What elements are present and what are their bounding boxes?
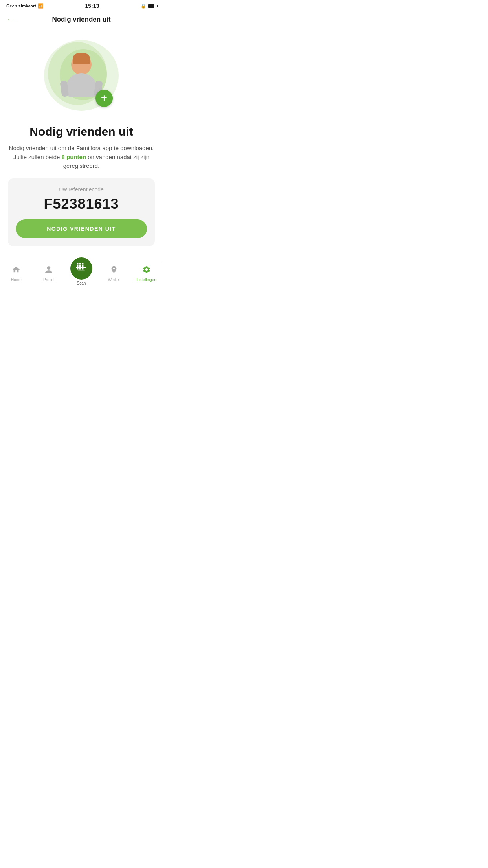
tab-profiel[interactable]: Profiel: [33, 265, 65, 282]
back-button[interactable]: ←: [6, 15, 15, 25]
page-title: Nodig vrienden uit: [52, 16, 110, 24]
main-heading: Nodig vrienden uit: [29, 125, 133, 138]
invite-button[interactable]: NODIG VRIENDEN UIT: [16, 219, 147, 238]
points-highlight: 8 punten: [62, 154, 86, 160]
profiel-icon: [44, 265, 53, 276]
scan-label: Scan: [77, 281, 86, 285]
lock-icon: 🔒: [141, 4, 146, 9]
tab-instellingen[interactable]: Instellingen: [130, 265, 163, 282]
battery-icon: [148, 4, 156, 8]
person-illustration: [66, 54, 97, 97]
scan-icon: [76, 262, 86, 275]
status-icons: 🔒: [141, 4, 156, 9]
winkel-label: Winkel: [108, 278, 120, 282]
home-label: Home: [11, 278, 22, 282]
instellingen-icon: [142, 265, 151, 276]
tab-bar: Home Profiel Scan Winkel Instellingen: [0, 262, 163, 289]
description-text: Nodig vrienden uit om de Famiflora app t…: [8, 144, 155, 171]
scan-circle: [70, 257, 92, 280]
carrier-text: Geen simkaart: [6, 4, 36, 8]
person-head: [71, 54, 92, 75]
referral-code: F52381613: [44, 196, 119, 212]
referral-card: Uw referentiecode F52381613 NODIG VRIEND…: [8, 178, 155, 246]
person-body: [66, 73, 97, 97]
nav-header: ← Nodig vrienden uit: [0, 11, 163, 28]
svg-rect-3: [76, 267, 86, 268]
instellingen-label: Instellingen: [136, 278, 156, 282]
status-time: 15:13: [85, 3, 99, 9]
illustration-area: [38, 32, 125, 119]
tab-winkel[interactable]: Winkel: [97, 265, 130, 282]
main-content: Nodig vrienden uit Nodig vrienden uit om…: [0, 28, 163, 262]
tab-home[interactable]: Home: [0, 265, 33, 282]
person-hair: [73, 53, 90, 64]
status-bar: Geen simkaart 📶 15:13 🔒: [0, 0, 163, 11]
profiel-label: Profiel: [43, 278, 54, 282]
tab-scan[interactable]: Scan: [65, 265, 98, 285]
wifi-icon: 📶: [38, 3, 44, 9]
status-carrier: Geen simkaart 📶: [6, 3, 44, 9]
referral-label: Uw referentiecode: [59, 186, 104, 193]
winkel-icon: [110, 265, 118, 276]
add-friend-badge: [95, 90, 113, 107]
home-icon: [12, 265, 20, 276]
